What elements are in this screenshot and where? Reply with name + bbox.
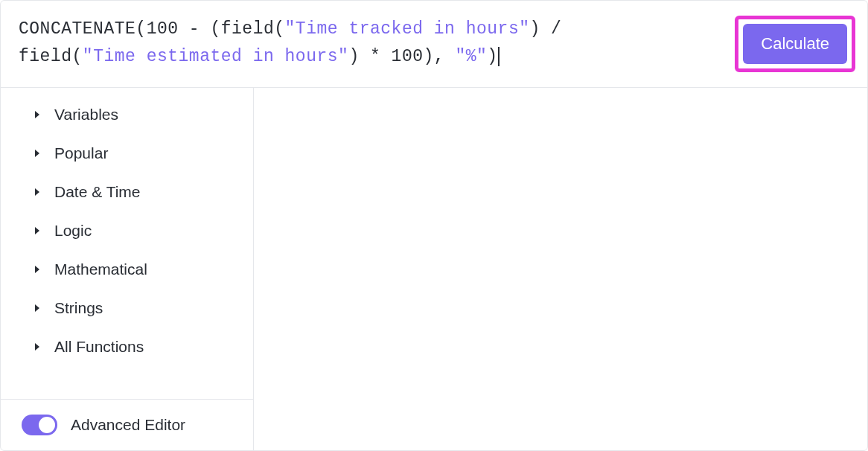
category-label: Mathematical	[54, 260, 147, 278]
category-item[interactable]: Logic	[1, 211, 253, 250]
calculate-highlight: Calculate	[735, 16, 855, 72]
advanced-editor-row: Advanced Editor	[1, 399, 253, 450]
category-item[interactable]: All Functions	[1, 327, 253, 366]
category-list: VariablesPopularDate & TimeLogicMathemat…	[1, 88, 253, 399]
chevron-right-icon	[33, 149, 41, 158]
formula-token: CONCATENATE(100 - (field(	[19, 19, 285, 39]
category-item[interactable]: Popular	[1, 134, 253, 173]
category-label: Logic	[54, 222, 92, 240]
chevron-right-icon	[33, 110, 41, 119]
formula-token: )	[487, 47, 497, 66]
content-area	[254, 88, 867, 450]
toggle-knob	[39, 417, 55, 433]
text-cursor	[498, 47, 500, 66]
category-label: Date & Time	[54, 183, 141, 201]
formula-token: "%"	[455, 47, 487, 66]
category-item[interactable]: Date & Time	[1, 173, 253, 211]
formula-token: "Time estimated in hours"	[83, 47, 349, 66]
editor-body: VariablesPopularDate & TimeLogicMathemat…	[1, 88, 867, 450]
formula-input[interactable]: CONCATENATE(100 - (field("Time tracked i…	[19, 16, 723, 71]
category-item[interactable]: Mathematical	[1, 250, 253, 289]
chevron-right-icon	[33, 226, 41, 235]
chevron-right-icon	[33, 265, 41, 274]
formula-editor: CONCATENATE(100 - (field("Time tracked i…	[0, 0, 868, 451]
chevron-right-icon	[33, 342, 41, 351]
formula-token: ) * 100),	[348, 47, 455, 66]
category-label: Variables	[54, 106, 118, 124]
calculate-button[interactable]: Calculate	[743, 24, 847, 64]
formula-bar: CONCATENATE(100 - (field("Time tracked i…	[1, 1, 867, 88]
chevron-right-icon	[33, 304, 41, 313]
formula-token: field(	[19, 47, 83, 66]
formula-token: ) /	[530, 19, 562, 39]
chevron-right-icon	[33, 188, 41, 196]
category-label: Popular	[54, 144, 108, 162]
advanced-editor-label: Advanced Editor	[71, 416, 185, 434]
category-label: Strings	[54, 299, 103, 317]
formula-token: "Time tracked in hours"	[285, 19, 530, 39]
sidebar: VariablesPopularDate & TimeLogicMathemat…	[1, 88, 254, 450]
category-item[interactable]: Strings	[1, 289, 253, 327]
category-label: All Functions	[54, 338, 144, 356]
advanced-editor-toggle[interactable]	[22, 415, 57, 435]
category-item[interactable]: Variables	[1, 95, 253, 134]
